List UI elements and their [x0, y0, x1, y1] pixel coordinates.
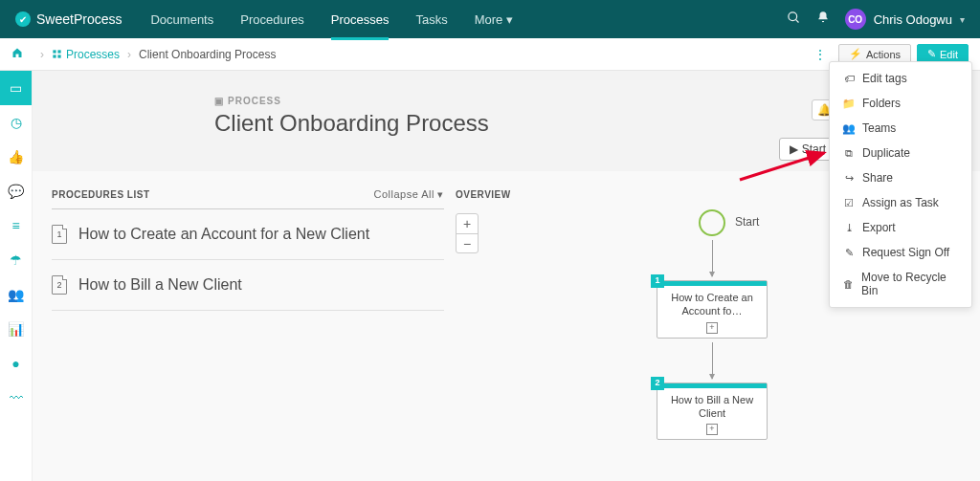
procedure-title: How to Create an Account for a New Clien… [78, 226, 369, 243]
brand-icon: ✔ [15, 11, 31, 27]
procedures-header: PROCEDURES LIST Collapse All ▾ [52, 188, 444, 209]
dropdown-export[interactable]: ⤓Export [830, 215, 971, 240]
dropdown-share[interactable]: ↪Share [830, 165, 971, 190]
node-text: How to Bill a New Client [663, 393, 761, 421]
expand-node-icon[interactable]: + [706, 424, 718, 435]
actions-dropdown: 🏷Edit tags 📁Folders 👥Teams ⧉Duplicate ↪S… [829, 61, 972, 308]
folder-icon: 📁 [843, 98, 855, 110]
sidebar-item-2[interactable]: ◷ [0, 105, 32, 140]
brand[interactable]: ✔ SweetProcess [15, 11, 122, 27]
flow-node[interactable]: 2 How to Bill a New Client + [657, 383, 768, 441]
kebab-menu-icon[interactable]: ⋮ [808, 47, 833, 62]
start-button[interactable]: ▶ Start [779, 138, 836, 161]
user-menu[interactable]: CO Chris Odogwu ▾ [845, 9, 965, 30]
start-label: Start [735, 215, 759, 229]
node-number: 2 [651, 377, 664, 390]
svg-point-0 [789, 11, 797, 20]
search-icon[interactable] [787, 11, 801, 29]
bolt-icon: ⚡ [849, 48, 862, 60]
sidebar-item-9[interactable]: ● [0, 346, 32, 381]
nav-processes[interactable]: Processes [331, 2, 390, 40]
trash-icon: 🗑 [843, 278, 854, 290]
procedure-number-icon: 2 [52, 275, 67, 295]
dropdown-duplicate[interactable]: ⧉Duplicate [830, 141, 971, 165]
procedures-column: PROCEDURES LIST Collapse All ▾ 1 How to … [33, 171, 444, 311]
expand-node-icon[interactable]: + [706, 322, 718, 334]
user-name: Chris Odogwu [874, 12, 952, 27]
procedure-title: How to Bill a New Client [78, 276, 242, 294]
process-tag-icon: ▣ [214, 96, 224, 106]
play-icon: ▶ [790, 142, 798, 156]
sidebar-item-8[interactable]: 📊 [0, 312, 32, 346]
chevron-down-icon: ▾ [960, 14, 965, 25]
sidebar-item-7[interactable]: 👥 [0, 277, 32, 312]
pencil-icon: ✎ [927, 48, 936, 60]
crumb-sep-2: › [127, 48, 131, 61]
duplicate-icon: ⧉ [843, 147, 855, 160]
sidebar-item-6[interactable]: ☂ [0, 243, 32, 277]
check-icon: ☑ [843, 197, 855, 209]
svg-rect-4 [53, 55, 56, 57]
crumb-sep: › [40, 48, 44, 61]
signoff-icon: ✎ [843, 247, 855, 259]
dropdown-assign-as-task[interactable]: ☑Assign as Task [830, 190, 971, 215]
arrow-icon [712, 342, 713, 379]
dropdown-edit-tags[interactable]: 🏷Edit tags [830, 66, 971, 91]
arrow-icon [712, 240, 713, 276]
nav-documents[interactable]: Documents [150, 2, 213, 37]
nav-procedures[interactable]: Procedures [240, 2, 303, 37]
sidebar-item-4[interactable]: 💬 [0, 174, 32, 208]
collapse-all[interactable]: Collapse All ▾ [373, 188, 444, 201]
dropdown-teams[interactable]: 👥Teams [830, 116, 971, 141]
svg-rect-3 [57, 50, 60, 53]
top-nav: ✔ SweetProcess Documents Procedures Proc… [0, 0, 980, 38]
flow-node[interactable]: 1 How to Create an Account fo… + [657, 280, 768, 339]
tag-icon: 🏷 [843, 73, 855, 84]
left-sidebar: ▭ ◷ 👍 💬 ≡ ☂ 👥 📊 ● 〰 [0, 71, 33, 481]
svg-rect-2 [53, 50, 56, 53]
procedure-number-icon: 1 [52, 225, 67, 244]
crumb-current: Client Onboarding Process [139, 48, 276, 61]
svg-line-1 [795, 19, 798, 22]
start-node[interactable] [699, 209, 725, 236]
bell-icon[interactable] [816, 11, 830, 28]
home-icon[interactable] [11, 47, 23, 61]
export-icon: ⤓ [843, 222, 855, 234]
node-text: How to Create an Account fo… [663, 291, 761, 318]
sidebar-item-5[interactable]: ≡ [0, 208, 32, 243]
dropdown-request-sign-off[interactable]: ✎Request Sign Off [830, 240, 971, 265]
sidebar-item-3[interactable]: 👍 [0, 140, 32, 174]
nav-links: Documents Procedures Processes Tasks Mor… [150, 2, 786, 37]
svg-rect-5 [57, 55, 60, 57]
nav-tasks[interactable]: Tasks [415, 2, 447, 37]
nav-right: CO Chris Odogwu ▾ [787, 9, 965, 30]
nav-more[interactable]: More ▾ [475, 2, 513, 37]
procedure-item[interactable]: 1 How to Create an Account for a New Cli… [52, 209, 444, 260]
dropdown-folders[interactable]: 📁Folders [830, 91, 971, 116]
sidebar-item-1[interactable]: ▭ [0, 71, 32, 105]
team-icon: 👥 [843, 122, 855, 135]
sidebar-item-10[interactable]: 〰 [0, 381, 32, 415]
avatar: CO [845, 9, 866, 30]
procedure-item[interactable]: 2 How to Bill a New Client [52, 260, 444, 311]
node-number: 1 [651, 274, 664, 288]
dropdown-move-recycle[interactable]: 🗑Move to Recycle Bin [830, 265, 971, 303]
share-icon: ↪ [843, 172, 855, 185]
crumb-processes[interactable]: Processes [52, 48, 120, 61]
brand-text: SweetProcess [36, 11, 122, 27]
